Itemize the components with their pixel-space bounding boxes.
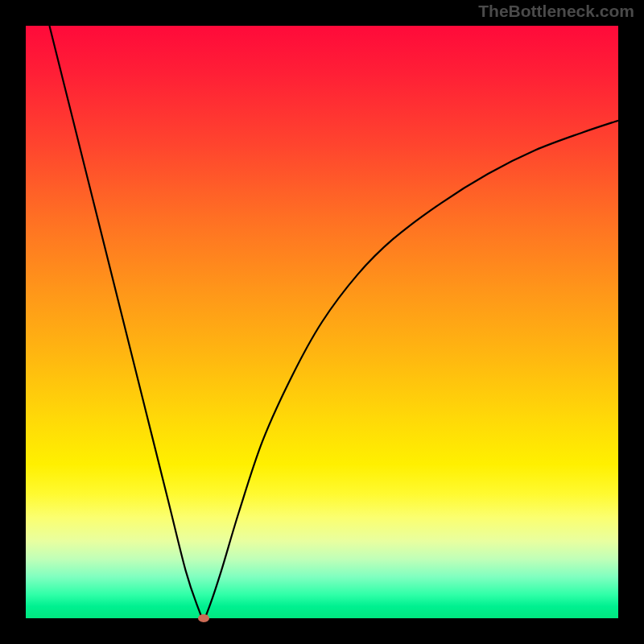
bottleneck-curve [26, 26, 618, 618]
watermark-text: TheBottleneck.com [478, 2, 634, 21]
optimal-point-marker [198, 614, 209, 622]
